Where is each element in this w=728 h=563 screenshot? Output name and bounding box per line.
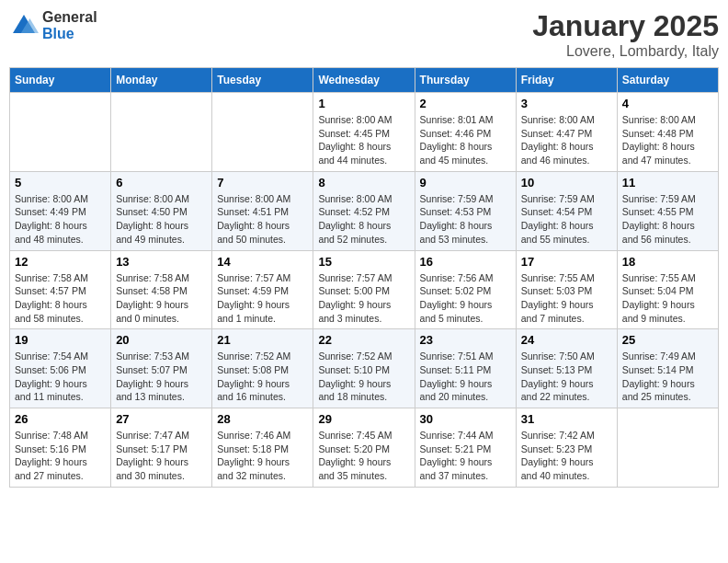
logo-blue-text: Blue [42,26,97,42]
day-number: 19 [15,333,106,347]
calendar-cell: 19Sunrise: 7:54 AM Sunset: 5:06 PM Dayli… [10,329,111,408]
calendar-cell: 1Sunrise: 8:00 AM Sunset: 4:45 PM Daylig… [313,93,415,172]
logo-icon [9,11,39,40]
day-info: Sunrise: 8:00 AM Sunset: 4:45 PM Dayligh… [318,113,409,167]
day-info: Sunrise: 7:54 AM Sunset: 5:06 PM Dayligh… [15,350,106,404]
calendar-cell: 4Sunrise: 8:00 AM Sunset: 4:48 PM Daylig… [617,93,718,172]
logo-text: General Blue [42,9,97,41]
calendar-cell: 7Sunrise: 8:00 AM Sunset: 4:51 PM Daylig… [212,171,313,250]
day-number: 30 [420,412,511,426]
day-number: 8 [318,176,409,190]
location-text: Lovere, Lombardy, Italy [532,43,719,60]
day-number: 21 [217,333,308,347]
calendar-cell: 5Sunrise: 8:00 AM Sunset: 4:49 PM Daylig… [10,171,111,250]
day-info: Sunrise: 8:01 AM Sunset: 4:46 PM Dayligh… [420,113,511,167]
weekday-header-monday: Monday [111,68,212,93]
day-info: Sunrise: 7:51 AM Sunset: 5:11 PM Dayligh… [420,350,511,404]
day-number: 13 [116,255,207,269]
calendar-cell: 10Sunrise: 7:59 AM Sunset: 4:54 PM Dayli… [516,171,617,250]
day-number: 1 [318,97,409,110]
day-number: 3 [521,97,612,110]
day-number: 29 [318,412,409,426]
day-number: 6 [116,176,207,190]
day-number: 24 [521,333,612,347]
day-info: Sunrise: 7:59 AM Sunset: 4:54 PM Dayligh… [521,192,612,247]
day-info: Sunrise: 7:59 AM Sunset: 4:55 PM Dayligh… [622,192,713,247]
calendar-cell: 29Sunrise: 7:45 AM Sunset: 5:20 PM Dayli… [313,408,415,488]
day-number: 18 [622,255,713,269]
calendar-cell: 21Sunrise: 7:52 AM Sunset: 5:08 PM Dayli… [212,329,313,408]
calendar-cell: 18Sunrise: 7:55 AM Sunset: 5:04 PM Dayli… [617,250,718,329]
title-block: January 2025 Lovere, Lombardy, Italy [532,9,719,60]
day-number: 5 [15,176,106,190]
calendar-week-row: 1Sunrise: 8:00 AM Sunset: 4:45 PM Daylig… [10,93,719,172]
day-info: Sunrise: 7:52 AM Sunset: 5:10 PM Dayligh… [318,350,409,404]
day-info: Sunrise: 7:46 AM Sunset: 5:18 PM Dayligh… [217,429,308,483]
calendar-cell: 13Sunrise: 7:58 AM Sunset: 4:58 PM Dayli… [111,250,212,329]
day-info: Sunrise: 7:49 AM Sunset: 5:14 PM Dayligh… [622,350,713,404]
calendar-cell: 27Sunrise: 7:47 AM Sunset: 5:17 PM Dayli… [111,408,212,488]
day-info: Sunrise: 7:52 AM Sunset: 5:08 PM Dayligh… [217,350,308,404]
day-info: Sunrise: 7:57 AM Sunset: 4:59 PM Dayligh… [217,271,308,326]
calendar-cell [617,408,718,488]
calendar-cell: 24Sunrise: 7:50 AM Sunset: 5:13 PM Dayli… [516,329,617,408]
calendar-cell: 2Sunrise: 8:01 AM Sunset: 4:46 PM Daylig… [415,93,516,172]
logo: General Blue [9,9,97,41]
day-info: Sunrise: 7:55 AM Sunset: 5:03 PM Dayligh… [521,271,612,326]
calendar-cell: 14Sunrise: 7:57 AM Sunset: 4:59 PM Dayli… [212,250,313,329]
day-info: Sunrise: 7:58 AM Sunset: 4:57 PM Dayligh… [15,271,106,326]
day-info: Sunrise: 8:00 AM Sunset: 4:48 PM Dayligh… [622,113,713,167]
calendar-cell: 8Sunrise: 8:00 AM Sunset: 4:52 PM Daylig… [313,171,415,250]
calendar-cell [111,93,212,172]
day-number: 23 [420,333,511,347]
calendar-cell: 25Sunrise: 7:49 AM Sunset: 5:14 PM Dayli… [617,329,718,408]
day-info: Sunrise: 7:48 AM Sunset: 5:16 PM Dayligh… [15,429,106,483]
calendar-week-row: 26Sunrise: 7:48 AM Sunset: 5:16 PM Dayli… [10,408,719,488]
day-number: 11 [622,176,713,190]
day-number: 9 [420,176,511,190]
day-info: Sunrise: 8:00 AM Sunset: 4:50 PM Dayligh… [116,192,207,247]
day-info: Sunrise: 7:57 AM Sunset: 5:00 PM Dayligh… [318,271,409,326]
day-info: Sunrise: 8:00 AM Sunset: 4:49 PM Dayligh… [15,192,106,247]
day-info: Sunrise: 7:53 AM Sunset: 5:07 PM Dayligh… [116,350,207,404]
day-number: 17 [521,255,612,269]
calendar-table: SundayMondayTuesdayWednesdayThursdayFrid… [9,67,719,488]
weekday-header-row: SundayMondayTuesdayWednesdayThursdayFrid… [10,68,719,93]
day-info: Sunrise: 8:00 AM Sunset: 4:51 PM Dayligh… [217,192,308,247]
calendar-cell: 28Sunrise: 7:46 AM Sunset: 5:18 PM Dayli… [212,408,313,488]
day-number: 7 [217,176,308,190]
day-info: Sunrise: 7:59 AM Sunset: 4:53 PM Dayligh… [420,192,511,247]
weekday-header-saturday: Saturday [617,68,718,93]
day-info: Sunrise: 7:58 AM Sunset: 4:58 PM Dayligh… [116,271,207,326]
day-number: 14 [217,255,308,269]
day-number: 27 [116,412,207,426]
day-number: 20 [116,333,207,347]
calendar-cell: 16Sunrise: 7:56 AM Sunset: 5:02 PM Dayli… [415,250,516,329]
calendar-cell: 30Sunrise: 7:44 AM Sunset: 5:21 PM Dayli… [415,408,516,488]
day-number: 28 [217,412,308,426]
calendar-week-row: 12Sunrise: 7:58 AM Sunset: 4:57 PM Dayli… [10,250,719,329]
calendar-week-row: 19Sunrise: 7:54 AM Sunset: 5:06 PM Dayli… [10,329,719,408]
day-info: Sunrise: 8:00 AM Sunset: 4:47 PM Dayligh… [521,113,612,167]
day-info: Sunrise: 7:55 AM Sunset: 5:04 PM Dayligh… [622,271,713,326]
weekday-header-tuesday: Tuesday [212,68,313,93]
day-number: 16 [420,255,511,269]
day-info: Sunrise: 7:50 AM Sunset: 5:13 PM Dayligh… [521,350,612,404]
day-info: Sunrise: 7:56 AM Sunset: 5:02 PM Dayligh… [420,271,511,326]
day-number: 4 [622,97,713,110]
weekday-header-sunday: Sunday [10,68,111,93]
calendar-cell [212,93,313,172]
day-number: 31 [521,412,612,426]
day-info: Sunrise: 7:47 AM Sunset: 5:17 PM Dayligh… [116,429,207,483]
calendar-cell: 3Sunrise: 8:00 AM Sunset: 4:47 PM Daylig… [516,93,617,172]
day-number: 12 [15,255,106,269]
calendar-cell: 20Sunrise: 7:53 AM Sunset: 5:07 PM Dayli… [111,329,212,408]
day-number: 22 [318,333,409,347]
day-number: 25 [622,333,713,347]
calendar-cell [10,93,111,172]
calendar-week-row: 5Sunrise: 8:00 AM Sunset: 4:49 PM Daylig… [10,171,719,250]
calendar-cell: 12Sunrise: 7:58 AM Sunset: 4:57 PM Dayli… [10,250,111,329]
day-number: 2 [420,97,511,110]
page-header: General Blue January 2025 Lovere, Lombar… [9,9,719,60]
calendar-cell: 9Sunrise: 7:59 AM Sunset: 4:53 PM Daylig… [415,171,516,250]
